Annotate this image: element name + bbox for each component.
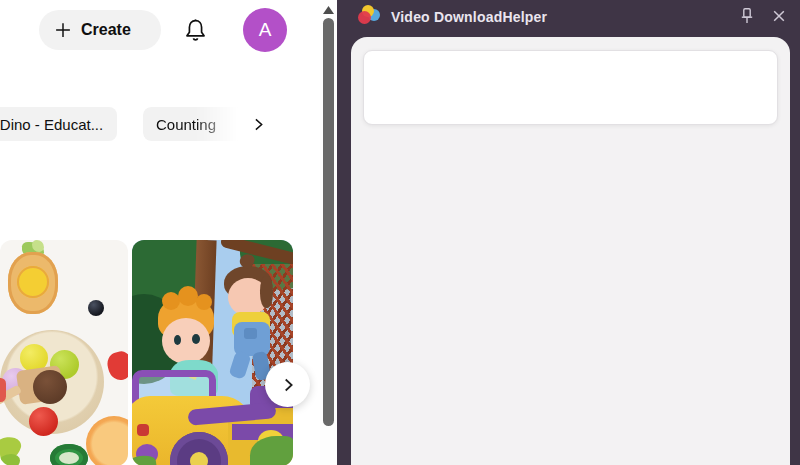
car-wheel-hub (190, 452, 208, 465)
downloadhelper-popup: Video DownloadHelper (337, 0, 800, 465)
video-thumbnail-toy-fruits[interactable] (0, 240, 128, 465)
popup-titlebar: Video DownloadHelper (337, 0, 800, 36)
popup-content-panel (351, 37, 790, 465)
carousel-next-button[interactable] (265, 362, 310, 407)
create-button-label: Create (81, 21, 131, 39)
kid1-eye (174, 335, 181, 345)
chevron-right-icon (248, 114, 269, 135)
chip-dino-educational[interactable]: Dino - Educat... (0, 107, 117, 141)
chevron-right-icon (277, 374, 299, 396)
kid1-face (162, 318, 210, 364)
kid1-eye (192, 334, 200, 344)
logo-red-ball (358, 11, 371, 24)
popup-title: Video DownloadHelper (391, 0, 547, 33)
strawberry (105, 349, 128, 382)
pineapple-center (17, 266, 49, 298)
youtube-page: Create A Dino - Educat... Counting (0, 0, 337, 465)
ball-red (29, 407, 58, 436)
scrollbar-thumb[interactable] (323, 18, 334, 426)
scroll-up-arrow-icon[interactable] (323, 6, 334, 14)
kid2-leg (228, 350, 251, 380)
green-leaf (0, 454, 20, 465)
kid2-overalls-pocket (244, 328, 257, 339)
scrollbar[interactable] (320, 0, 337, 465)
plus-icon (52, 19, 74, 41)
pin-icon (737, 6, 757, 26)
notifications-button[interactable] (179, 14, 211, 46)
orange-slice (86, 416, 128, 465)
hand-edge (0, 378, 6, 402)
chip-label: Dino - Educat... (0, 116, 103, 133)
kid1-curl (196, 294, 212, 310)
avatar[interactable]: A (243, 8, 287, 52)
close-icon (769, 6, 789, 26)
chip-label: Counting (156, 116, 216, 133)
green-jar-center (59, 452, 79, 464)
chips-scroll-right-button[interactable] (246, 112, 270, 136)
kid1-curl (178, 286, 198, 306)
create-button[interactable]: Create (39, 10, 161, 50)
kid2-hair-side (260, 276, 273, 308)
pin-button[interactable] (735, 4, 759, 28)
video-thumbnail-cartoon-kids-car[interactable] (132, 240, 293, 465)
car-taillight-red (137, 424, 149, 436)
close-button[interactable] (767, 4, 791, 28)
avatar-letter: A (259, 19, 272, 41)
downloads-empty-list-box (363, 50, 778, 125)
pineapple-leaf (32, 240, 44, 252)
screenshot-root: Create A Dino - Educat... Counting (0, 0, 800, 465)
ball-brown (33, 370, 67, 404)
chip-counting[interactable]: Counting (143, 107, 244, 141)
blueberry (88, 300, 104, 316)
downloadhelper-logo-icon (357, 5, 382, 29)
notifications-bell-icon (182, 17, 209, 44)
